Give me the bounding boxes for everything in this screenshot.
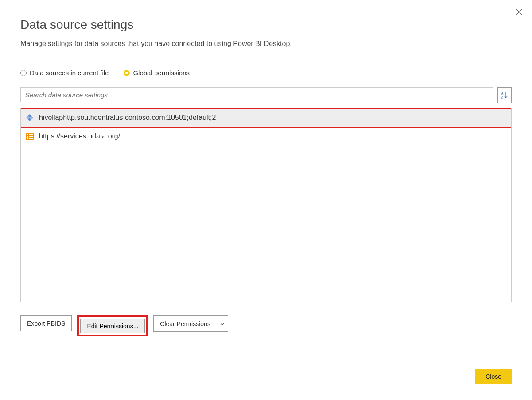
- action-button-row: Export PBIDS Edit Permissions... Clear P…: [20, 315, 512, 336]
- dialog-subtitle: Manage settings for data sources that yo…: [20, 40, 512, 48]
- edit-permissions-button[interactable]: Edit Permissions...: [80, 319, 145, 333]
- scope-radio-group: Data sources in current file Global perm…: [20, 69, 512, 77]
- radio-icon: [20, 70, 27, 76]
- list-item[interactable]: https://services.odata.org/: [21, 127, 511, 146]
- edit-permissions-highlight: Edit Permissions...: [77, 315, 148, 336]
- clear-permissions-split-button: Clear Permissions: [153, 315, 228, 336]
- close-button[interactable]: Close: [475, 369, 512, 384]
- radio-label: Global permissions: [133, 69, 190, 77]
- svg-rect-14: [27, 138, 28, 139]
- chevron-down-icon: [220, 322, 225, 326]
- footer-row: Close: [475, 369, 512, 384]
- radio-label: Data sources in current file: [30, 69, 109, 77]
- radio-global-permissions[interactable]: Global permissions: [124, 69, 190, 77]
- svg-text:Z: Z: [501, 96, 503, 99]
- sort-button[interactable]: A Z: [497, 87, 512, 103]
- odata-icon: [25, 132, 34, 141]
- list-item-label: hivellaphttp.southcentralus.contoso.com:…: [39, 114, 216, 122]
- clear-permissions-button[interactable]: Clear Permissions: [153, 315, 217, 332]
- list-item[interactable]: hivellaphttp.southcentralus.contoso.com:…: [21, 108, 511, 127]
- export-pbids-button[interactable]: Export PBIDS: [20, 315, 72, 331]
- list-item-label: https://services.odata.org/: [39, 132, 120, 140]
- svg-rect-12: [27, 136, 28, 138]
- svg-rect-15: [29, 138, 33, 139]
- data-source-settings-dialog: Data source settings Manage settings for…: [0, 0, 532, 400]
- clear-permissions-dropdown[interactable]: [217, 315, 228, 332]
- svg-rect-11: [29, 134, 33, 135]
- dialog-title: Data source settings: [20, 18, 512, 32]
- radio-icon: [124, 70, 130, 76]
- close-icon[interactable]: [515, 8, 523, 16]
- radio-current-file[interactable]: Data sources in current file: [20, 69, 109, 77]
- svg-rect-13: [29, 136, 33, 137]
- data-source-list: hivellaphttp.southcentralus.contoso.com:…: [20, 108, 512, 302]
- search-input[interactable]: [20, 87, 493, 102]
- hive-icon: [25, 113, 34, 122]
- svg-rect-10: [27, 134, 28, 135]
- search-row: A Z: [20, 87, 512, 103]
- svg-text:A: A: [501, 92, 504, 96]
- sort-az-icon: A Z: [501, 91, 509, 99]
